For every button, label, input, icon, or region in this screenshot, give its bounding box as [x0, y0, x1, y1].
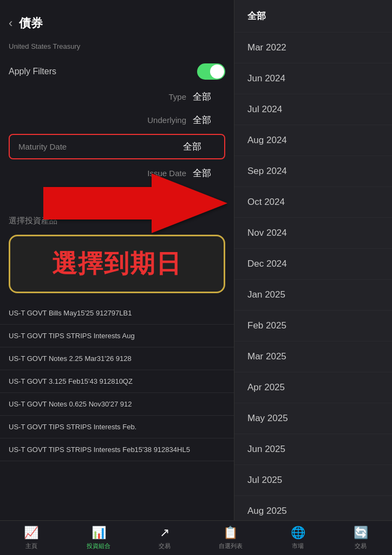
- nav-icon: 📋: [223, 526, 238, 540]
- nav-item-主頁[interactable]: 📈主頁: [19, 524, 43, 552]
- dropdown-item[interactable]: Jul 2025: [234, 465, 392, 496]
- issue-date-value: 全部: [193, 167, 225, 179]
- type-value: 全部: [193, 91, 225, 103]
- dropdown-item[interactable]: Aug 2025: [234, 496, 392, 520]
- nav-icon: 🌐: [291, 526, 305, 540]
- instrument-list: US-T GOVT Bills May15'25 912797LB1US-T G…: [0, 302, 234, 461]
- section-title: 選擇投資產品: [0, 208, 234, 230]
- dropdown-item[interactable]: Jul 2024: [234, 94, 392, 125]
- dropdown-item[interactable]: May 2025: [234, 403, 392, 434]
- list-item[interactable]: US-T GOVT Bills May15'25 912797LB1: [0, 302, 234, 325]
- dropdown-item[interactable]: Jan 2025: [234, 280, 392, 311]
- list-item[interactable]: US-T GOVT TIPS STRIPS Interests Feb15'38…: [0, 438, 234, 461]
- nav-label: 交易: [355, 542, 367, 550]
- dropdown-item[interactable]: 全部: [234, 0, 392, 33]
- coupon-label: Coupon: [9, 192, 186, 201]
- dropdown-item[interactable]: Feb 2025: [234, 311, 392, 341]
- cta-box[interactable]: 選擇到期日: [9, 235, 225, 293]
- apply-filters-row: Apply Filters: [0, 58, 234, 85]
- dropdown-item[interactable]: Mar 2022: [234, 33, 392, 63]
- cta-text: 選擇到期日: [52, 247, 182, 281]
- dropdown-item[interactable]: Jun 2025: [234, 434, 392, 465]
- dropdown-item[interactable]: Apr 2025: [234, 372, 392, 403]
- nav-label: 自選列表: [219, 542, 243, 550]
- list-item[interactable]: US-T GOVT TIPS STRIPS Interests Feb.: [0, 416, 234, 438]
- dropdown-panel[interactable]: 全部Mar 2022Jun 2024Jul 2024Aug 2024Sep 20…: [234, 0, 392, 520]
- nav-item-市場[interactable]: 🌐市場: [286, 524, 310, 552]
- dropdown-item[interactable]: Dec 2024: [234, 249, 392, 280]
- list-item[interactable]: US-T GOVT 3.125 Feb15'43 912810QZ: [0, 370, 234, 393]
- list-item[interactable]: US-T GOVT TIPS STRIPS Interests Aug: [0, 325, 234, 347]
- maturity-date-label: Maturity Date: [18, 142, 177, 151]
- dropdown-item[interactable]: Jun 2024: [234, 63, 392, 94]
- coupon-value: 全: [193, 190, 225, 203]
- left-panel: ‹ 債券 United States Treasury Apply Filter…: [0, 0, 234, 520]
- nav-item-自選列表[interactable]: 📋自選列表: [214, 524, 247, 552]
- nav-item-投資組合[interactable]: 📊投資組合: [82, 524, 115, 552]
- page-header: ‹ 債券: [0, 0, 234, 40]
- nav-label: 市場: [292, 542, 304, 550]
- nav-item-交易[interactable]: ↗交易: [154, 524, 175, 552]
- issue-date-row[interactable]: Issue Date 全部: [0, 162, 234, 185]
- maturity-date-value: 全部: [183, 140, 215, 153]
- dropdown-item[interactable]: Aug 2024: [234, 125, 392, 156]
- maturity-date-row[interactable]: Maturity Date 全部: [9, 134, 225, 159]
- dropdown-item[interactable]: Nov 2024: [234, 218, 392, 249]
- dropdown-item[interactable]: Oct 2024: [234, 187, 392, 218]
- underlying-value: 全部: [193, 114, 225, 126]
- nav-icon: 📊: [92, 526, 106, 540]
- list-item[interactable]: US-T GOVT Notes 2.25 Mar31'26 9128: [0, 347, 234, 370]
- nav-label: 主頁: [25, 542, 37, 550]
- coupon-row[interactable]: Coupon 全: [0, 185, 234, 208]
- toggle-thumb: [210, 64, 224, 79]
- dropdown-item[interactable]: Mar 2025: [234, 341, 392, 372]
- back-button[interactable]: ‹: [9, 16, 12, 30]
- apply-filters-label: Apply Filters: [9, 67, 56, 76]
- type-label: Type: [9, 92, 186, 101]
- bottom-nav: 📈主頁📊投資組合↗交易📋自選列表🌐市場🔄交易: [0, 520, 392, 555]
- dropdown-item[interactable]: Sep 2024: [234, 156, 392, 187]
- page-title: 債券: [19, 15, 43, 31]
- type-row[interactable]: Type 全部: [0, 85, 234, 108]
- issue-date-label: Issue Date: [9, 169, 186, 178]
- list-item[interactable]: US-T GOVT Notes 0.625 Nov30'27 912: [0, 393, 234, 416]
- nav-label: 投資組合: [87, 542, 110, 550]
- underlying-row[interactable]: Underlying 全部: [0, 108, 234, 132]
- nav-icon: ↗: [160, 526, 169, 540]
- underlying-label: Underlying: [9, 115, 186, 125]
- nav-icon: 📈: [24, 526, 38, 540]
- nav-icon: 🔄: [354, 526, 368, 540]
- nav-label: 交易: [159, 542, 171, 550]
- subtitle: United States Treasury: [0, 40, 234, 58]
- nav-item-交易[interactable]: 🔄交易: [349, 524, 373, 552]
- apply-filters-toggle[interactable]: [197, 63, 225, 80]
